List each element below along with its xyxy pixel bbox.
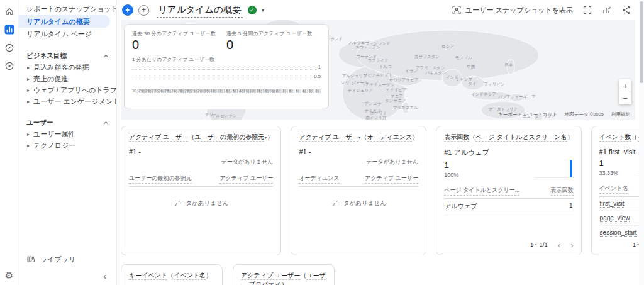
share-button[interactable] [621,5,631,15]
sidebar-item-label: ウェブ / アプリへのトラフィック... [33,86,116,95]
sidebar-section-user[interactable]: ユーザー [19,117,116,128]
map-region-label: フィリピン [484,82,504,87]
row-metric-value: 1 [569,202,573,211]
row-dimension-value: session_start [600,229,637,237]
card-title: イベント数（イベント名） [599,133,644,142]
map-region-label: モンゴル [455,55,472,61]
sidebar-item[interactable]: ▸ テクノロジー [19,140,116,151]
collapse-sidebar-button[interactable]: ‹ [103,271,106,281]
map-region-label: チャド [365,82,378,87]
minute-chart: 1 0.5 [132,65,321,87]
map-region-label: 日本 [505,62,513,68]
map-region-label: 中国 [467,64,475,70]
row-dimension-value: first_visit [600,200,625,208]
sidebar-item-label: ユーザー エンゲージメントと... [33,97,116,106]
x-axis-tick-label: 19分前 [204,88,210,94]
map-terms-link[interactable]: 利用規約 [611,111,630,118]
x-axis-tick-label: 20分前 [197,88,204,94]
triangle-right-icon: ▸ [27,65,30,70]
map-shortcuts-link[interactable]: キーボード ショートカット [498,111,557,118]
triangle-right-icon: ▸ [27,76,30,82]
column-header-metric: アクティブ ユーザー [365,174,418,184]
chevron-up-icon [104,54,108,59]
x-axis-tick-label: 27分前 [152,88,158,94]
sidebar-item[interactable]: ▸ 売上の促進 [19,73,116,84]
no-data-text: データがありません [204,158,273,166]
dimension-name: ユーザーの最初の参照元 [194,133,264,142]
x-axis-tick-label: 17分前 [217,88,223,94]
fullscreen-button[interactable] [582,5,592,15]
sidebar-item-realtime-pages[interactable]: リアルタイム ページ [19,28,116,40]
sidebar-item-realtime-overview[interactable]: リアルタイムの概要 [19,15,110,28]
x-axis-line [132,87,321,87]
card-title: アクティブ ユーザー（ユーザー プロパティ） [241,271,326,285]
sidebar-item[interactable]: ▸ 見込み顧客の発掘 [19,62,116,73]
partial-cards-row: キーイベント（イベント名） アクティブ ユーザー（ユーザー プロパティ） [121,264,644,285]
sidebar-item[interactable]: ▸ ユーザー エンゲージメントと... [19,96,116,107]
card-active-users-by-audience: アクティブ ユーザー▾（オーディエンス） #1 - データがありません オーディ… [291,126,426,255]
world-map[interactable]: グリーンランド アイスランド ノルウェー スウェーデン フィンランド ロシア ポ… [121,20,635,120]
bar [570,160,572,177]
x-axis-tick-label: 2分前 [315,88,321,94]
map-region-label: マダガスカル [393,105,418,111]
top-contributor: #1 - [299,148,311,155]
column-header-dimension: ユーザーの最初の参照元 [129,174,192,184]
customize-report-button[interactable] [602,5,612,15]
reports-icon [4,25,14,35]
settings-button[interactable]: ⚙ [4,270,14,280]
x-axis-tick-label: 18分前 [211,88,217,94]
user-snapshot-button[interactable]: ユーザー スナップショットを表示 [452,5,573,15]
triangle-right-icon: ▸ [27,87,30,93]
metric-name: イベント数 [599,133,631,142]
x-axis-tick-label: 8分前 [276,88,282,94]
map-region-label: エチオピア [386,87,406,93]
metric-value: 0 [226,38,321,52]
table-row: session_start 1 [599,226,644,240]
metric-value: 0 [132,38,226,52]
explore-button[interactable] [4,43,14,53]
scrollbar-thumb[interactable] [640,1,643,83]
home-button[interactable] [4,6,14,16]
x-axis-tick-label: 21分前 [191,88,197,94]
sidebar-item-label: 売上の促進 [33,74,68,84]
map-zoom-in-button[interactable]: + [619,79,631,92]
metric-name: アクティブ ユーザー [241,272,300,280]
sidebar-item[interactable]: ▸ ユーザー属性 [19,128,116,140]
add-comparison-button[interactable]: + [138,5,149,16]
map-region-label: パキスタン [425,70,446,76]
top-contributor: #1 - [129,148,141,155]
library-item[interactable]: ライブラリ [19,252,116,266]
no-data-text: データがありません [299,199,418,208]
reports-button[interactable] [4,25,14,35]
sidebar-item-reports-snapshot[interactable]: レポートのスナップショット [19,3,116,15]
explore-icon [4,43,14,53]
gridline [132,69,321,70]
map-region-label: アンゴラ [365,101,382,107]
assistant-button[interactable] [122,4,133,16]
page-prev-button[interactable]: ‹ [558,241,560,249]
check-icon: ✓ [250,7,255,13]
x-axis-tick-label: 7分前 [282,88,289,94]
sidebar-item[interactable]: ▸ ウェブ / アプリへのトラフィック... [19,84,116,96]
card-active-users-by-user-property: アクティブ ユーザー（ユーザー プロパティ） [233,264,335,285]
x-axis-tick-label: 26分前 [158,88,165,94]
column-header-metric: アクティブ ユーザー [219,174,273,184]
sidebar-section-business-goals[interactable]: ビジネス目標 [19,50,116,62]
report-status-badge[interactable]: ✓ [248,6,257,14]
sidebar-item-label: 見込み顧客の発掘 [33,63,89,72]
section-header-label: ユーザー [26,118,53,127]
card-title: 表示回数（ページ タイトルとスクリーン名） [444,133,573,142]
minute-chart-title: 1 分あたりのアクティブ ユーザー数 [132,56,321,63]
map-zoom-out-button[interactable]: − [619,92,631,104]
column-header-dimension: イベント名 [599,184,628,194]
card-title: キーイベント（イベント名） [129,271,214,280]
advertising-button[interactable] [4,61,14,71]
x-axis-tick-label: 22分前 [184,88,191,94]
top-percent: 33.33% [599,170,636,176]
caret-down-icon[interactable]: ▾ [262,8,264,13]
map-zoom-control: + − [619,79,631,104]
page-next-button[interactable]: › [570,241,573,249]
home-icon [4,6,14,16]
share-icon [621,5,631,15]
library-icon [26,255,35,264]
